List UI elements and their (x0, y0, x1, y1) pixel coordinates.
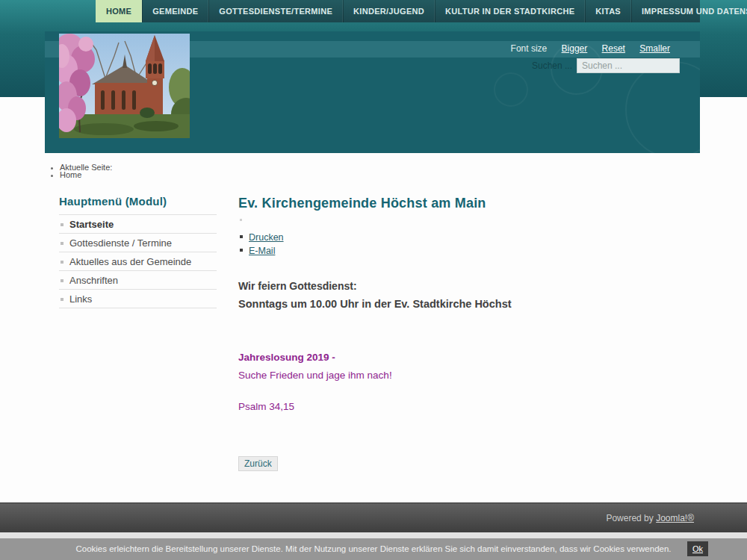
square-bullet-icon (240, 249, 243, 252)
fontsize-label: Font size (511, 43, 548, 54)
joomla-link[interactable]: Joomla!® (656, 513, 694, 523)
sidebar-item-label: Anschriften (69, 275, 118, 286)
motto-text: Suche Frieden und jage ihm nach! (238, 370, 392, 381)
footer-divider-strip (0, 532, 747, 538)
page-title: Ev. Kirchengemeinde Höchst am Main (238, 196, 486, 211)
nav-item-kitas[interactable]: KITAS (585, 0, 631, 22)
church-logo-image[interactable] (59, 34, 190, 138)
nav-item-kultur[interactable]: KULTUR IN DER STADTKIRCHE (435, 0, 585, 22)
motto-source: Psalm 34,15 (238, 401, 294, 412)
nav-item-impressum[interactable]: IMPRESSUM UND DATENSCHUTZ (631, 0, 747, 22)
search-area: Suchen ... (532, 58, 680, 73)
nav-item-gemeinde[interactable]: GEMEINDE (142, 0, 208, 22)
square-bullet-icon (61, 279, 63, 282)
cookie-bar: Cookies erleichtern die Bereitstellung u… (0, 538, 747, 560)
search-input[interactable] (577, 58, 680, 73)
square-bullet-icon (61, 261, 63, 264)
sidebar-menu: Startseite Gottesdienste / Termine Aktue… (59, 215, 217, 308)
swirl-decoration (625, 61, 700, 153)
sidebar-item-anschriften[interactable]: Anschriften (59, 271, 217, 290)
action-links: Drucken E-Mail (238, 230, 284, 257)
sidebar-item-links[interactable]: Links (59, 290, 217, 308)
sidebar-item-label: Startseite (69, 219, 114, 230)
service-heading: Wir feiern Gottesdienst: (238, 280, 357, 292)
email-list-item: E-Mail (238, 243, 284, 257)
square-bullet-icon (61, 298, 63, 301)
sidebar-item-aktuelles[interactable]: Aktuelles aus der Gemeinde (59, 252, 217, 271)
fontsize-reset-link[interactable]: Reset (602, 43, 625, 54)
powered-by-text: Powered by (606, 513, 653, 523)
square-bullet-icon (61, 223, 63, 226)
back-button[interactable]: Zurück (238, 456, 278, 471)
sidebar-title: Hauptmenü (Modul) (59, 195, 217, 215)
nav-item-home[interactable]: HOME (96, 0, 142, 22)
cookie-message: Cookies erleichtern die Bereitstellung u… (0, 538, 747, 560)
fontsize-bigger-link[interactable]: Bigger (562, 43, 588, 54)
footer-credit: Powered by Joomla!® (606, 503, 694, 533)
fontsize-smaller-link[interactable]: Smaller (639, 43, 670, 54)
sidebar: Hauptmenü (Modul) Startseite Gottesdiens… (59, 195, 217, 308)
search-label: Suchen ... (532, 60, 572, 71)
square-bullet-icon (61, 242, 63, 245)
main-nav: HOME GEMEINDE GOTTESDIENSTE/TERMINE KIND… (96, 0, 700, 22)
cookie-ok-button[interactable]: Ok (687, 541, 708, 556)
swirl-decoration (494, 72, 528, 107)
print-link[interactable]: Drucken (249, 232, 284, 243)
empty-list-bullet (240, 219, 242, 221)
sidebar-item-gottesdienste[interactable]: Gottesdienste / Termine (59, 234, 217, 252)
breadcrumb: Aktuelle Seite: Home (48, 164, 112, 178)
sidebar-item-startseite[interactable]: Startseite (59, 215, 217, 234)
nav-item-gottesdienste-termine[interactable]: GOTTESDIENSTE/TERMINE (208, 0, 343, 22)
square-bullet-icon (240, 235, 243, 238)
nav-item-kinder-jugend[interactable]: KINDER/JUGEND (343, 0, 435, 22)
page: HOME GEMEINDE GOTTESDIENSTE/TERMINE KIND… (0, 0, 747, 560)
site-header: Font size Bigger Reset Smaller Suchen ..… (45, 31, 700, 153)
service-time: Sonntags um 10.00 Uhr in der Ev. Stadtki… (238, 298, 512, 310)
email-link[interactable]: E-Mail (249, 246, 275, 256)
print-list-item: Drucken (238, 230, 284, 243)
sidebar-item-label: Gottesdienste / Termine (69, 237, 172, 249)
footer: Powered by Joomla!® (0, 503, 747, 532)
sidebar-item-label: Links (69, 293, 92, 305)
breadcrumb-current[interactable]: Home (60, 171, 112, 178)
sidebar-item-label: Aktuelles aus der Gemeinde (69, 256, 191, 267)
fontsize-controls: Font size Bigger Reset Smaller (511, 43, 670, 54)
motto-title: Jahreslosung 2019 - (238, 352, 335, 363)
main-content: Ev. Kirchengemeinde Höchst am Main Druck… (238, 196, 700, 494)
